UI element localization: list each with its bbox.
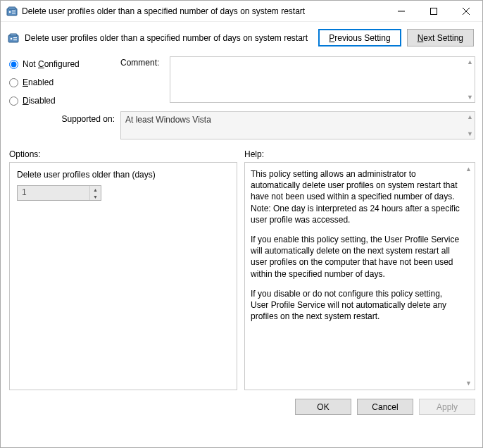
days-field-label: Delete user profiles older than (days) bbox=[17, 170, 230, 180]
help-pane: This policy setting allows an administra… bbox=[244, 162, 475, 390]
radio-disabled-label: Disabled bbox=[23, 96, 56, 106]
svg-rect-3 bbox=[12, 11, 15, 11]
scroll-down-icon[interactable]: ▼ bbox=[467, 94, 473, 101]
panes: Delete user profiles older than (days) 1… bbox=[1, 162, 482, 390]
svg-rect-6 bbox=[431, 8, 437, 14]
supported-on-field: At least Windows Vista ▲ ▼ bbox=[120, 111, 475, 139]
close-button[interactable] bbox=[450, 1, 482, 22]
minimize-button[interactable] bbox=[385, 1, 418, 22]
titlebar: Delete user profiles older than a specif… bbox=[1, 1, 482, 22]
radio-disabled[interactable]: Disabled bbox=[9, 96, 115, 106]
radio-not-configured-input[interactable] bbox=[9, 60, 18, 69]
radio-disabled-input[interactable] bbox=[9, 97, 18, 106]
help-paragraph: If you enable this policy setting, the U… bbox=[251, 234, 460, 280]
svg-rect-12 bbox=[13, 37, 17, 38]
radio-enabled-label: Enabled bbox=[23, 77, 54, 87]
pane-labels: Options: Help: bbox=[1, 147, 482, 162]
next-setting-button[interactable]: Next Setting bbox=[407, 29, 474, 46]
supported-on-label: Supported on: bbox=[62, 111, 115, 124]
spinner-arrows[interactable]: ▲ ▼ bbox=[89, 186, 101, 200]
help-paragraph: If you disable or do not configure this … bbox=[251, 288, 460, 323]
days-value[interactable]: 1 bbox=[18, 186, 89, 200]
options-label: Options: bbox=[9, 149, 237, 159]
radio-not-configured-label: Not Configured bbox=[23, 59, 80, 69]
spinner-down-icon[interactable]: ▼ bbox=[90, 193, 101, 200]
options-pane: Delete user profiles older than (days) 1… bbox=[9, 162, 237, 390]
header-text: Delete user profiles older than a specif… bbox=[25, 33, 313, 43]
svg-point-11 bbox=[11, 37, 13, 39]
scroll-up-icon: ▲ bbox=[467, 113, 473, 120]
scroll-up-icon[interactable]: ▲ bbox=[465, 166, 472, 173]
scroll-up-icon[interactable]: ▲ bbox=[467, 58, 473, 66]
svg-rect-4 bbox=[12, 13, 15, 13]
svg-rect-1 bbox=[8, 7, 15, 9]
ok-button[interactable]: OK bbox=[295, 399, 351, 415]
svg-rect-13 bbox=[13, 39, 17, 40]
window-title: Delete user profiles older than a specif… bbox=[22, 6, 385, 16]
help-label: Help: bbox=[244, 149, 475, 159]
policy-icon bbox=[8, 32, 19, 44]
gpo-dialog: Delete user profiles older than a specif… bbox=[0, 0, 483, 448]
apply-button[interactable]: Apply bbox=[419, 399, 475, 415]
cancel-button[interactable]: Cancel bbox=[357, 399, 413, 415]
radio-not-configured[interactable]: Not Configured bbox=[9, 59, 115, 69]
help-paragraph: This policy setting allows an administra… bbox=[251, 168, 460, 225]
scroll-down-icon[interactable]: ▼ bbox=[465, 380, 472, 387]
help-text: This policy setting allows an administra… bbox=[245, 163, 475, 336]
comment-field[interactable]: ▲ ▼ bbox=[170, 56, 475, 103]
app-icon bbox=[6, 6, 18, 17]
spinner-up-icon[interactable]: ▲ bbox=[90, 186, 101, 193]
svg-point-2 bbox=[9, 11, 11, 13]
comment-label: Comment: bbox=[120, 56, 165, 106]
header: Delete user profiles older than a specif… bbox=[1, 22, 482, 54]
supported-on-value: At least Windows Vista bbox=[121, 112, 475, 139]
radio-enabled[interactable]: Enabled bbox=[9, 77, 115, 87]
previous-setting-button[interactable]: Previous Setting bbox=[318, 29, 401, 46]
scroll-down-icon: ▼ bbox=[467, 130, 473, 137]
radio-enabled-input[interactable] bbox=[9, 78, 18, 87]
svg-rect-10 bbox=[10, 34, 17, 36]
maximize-button[interactable] bbox=[418, 1, 450, 22]
days-spinner[interactable]: 1 ▲ ▼ bbox=[17, 185, 101, 201]
config-area: Not Configured Enabled Disabled Comment:… bbox=[1, 54, 482, 147]
state-radios: Not Configured Enabled Disabled bbox=[9, 56, 115, 106]
footer: OK Cancel Apply bbox=[1, 390, 482, 423]
